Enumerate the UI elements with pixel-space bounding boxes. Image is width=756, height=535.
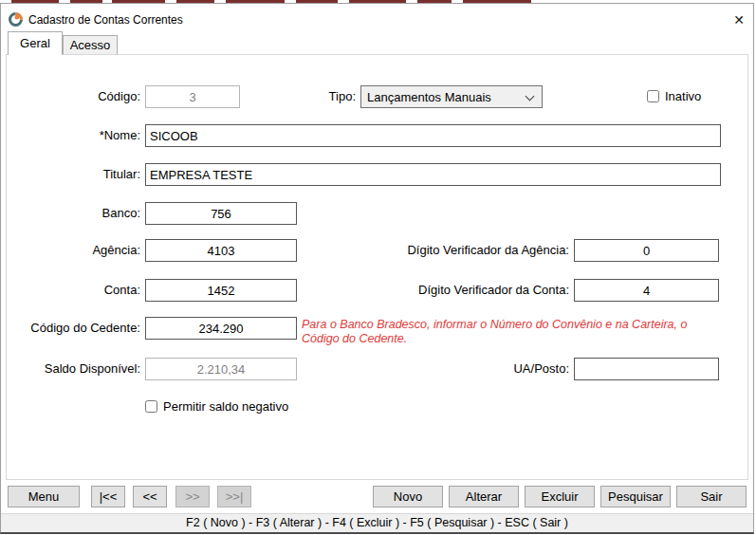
ua-posto-field[interactable] xyxy=(574,358,719,380)
nome-label: *Nome: xyxy=(8,128,140,143)
inativo-checkbox[interactable] xyxy=(647,90,659,102)
banco-label: Banco: xyxy=(8,206,140,221)
alterar-button[interactable]: Alterar xyxy=(449,486,519,507)
titular-field[interactable] xyxy=(145,163,721,186)
pesquisar-button[interactable]: Pesquisar xyxy=(600,486,671,507)
conta-label: Conta: xyxy=(8,283,140,298)
codigo-cedente-label: Código do Cedente: xyxy=(8,321,140,336)
ua-posto-label: UA/Posto: xyxy=(313,361,569,377)
saldo-disponivel-label: Saldo Disponível: xyxy=(8,361,140,377)
agencia-label: Agência: xyxy=(8,243,140,258)
close-icon[interactable]: ✕ xyxy=(730,11,747,28)
codigo-field xyxy=(145,85,240,108)
screen: Cadastro de Contas Correntes ✕ Acesso Ge… xyxy=(0,0,756,535)
menu-button[interactable]: Menu xyxy=(8,486,80,507)
next-record-button: >> xyxy=(175,486,210,507)
shortcut-hints: F2 ( Novo ) - F3 ( Alterar ) - F4 ( Excl… xyxy=(186,516,568,529)
excluir-button[interactable]: Excluir xyxy=(525,486,595,507)
banco-field[interactable] xyxy=(145,202,297,225)
codigo-cedente-field[interactable] xyxy=(145,317,297,340)
permitir-saldo-negativo-checkbox[interactable] xyxy=(145,400,157,413)
bradesco-warning-text: Para o Banco Bradesco, informar o Número… xyxy=(302,318,727,346)
codigo-label: Código: xyxy=(8,89,140,104)
dv-conta-field[interactable] xyxy=(574,279,719,302)
tipo-selected-value: Lançamentos Manuais xyxy=(367,90,491,104)
previous-record-button[interactable]: << xyxy=(133,486,167,507)
saldo-disponivel-field xyxy=(145,358,297,380)
conta-field[interactable] xyxy=(145,279,297,302)
dv-agencia-label: Dígito Verificador da Agência: xyxy=(313,243,569,258)
agencia-field[interactable] xyxy=(145,239,297,262)
dv-agencia-field[interactable] xyxy=(574,239,719,262)
titular-label: Titular: xyxy=(8,167,140,182)
app-icon xyxy=(9,12,23,27)
tipo-select[interactable]: Lançamentos Manuais xyxy=(360,85,543,108)
permitir-saldo-negativo-label: Permitir saldo negativo xyxy=(163,399,288,415)
nome-field[interactable] xyxy=(145,124,721,147)
first-record-button[interactable]: |<< xyxy=(91,486,125,507)
tab-content-pane xyxy=(6,54,748,480)
status-bar: F2 ( Novo ) - F3 ( Alterar ) - F4 ( Excl… xyxy=(1,513,753,532)
tab-geral[interactable]: Geral xyxy=(8,31,63,55)
tipo-label: Tipo: xyxy=(285,89,356,104)
last-record-button: >>| xyxy=(217,486,251,507)
sair-button[interactable]: Sair xyxy=(676,486,747,507)
inativo-label: Inativo xyxy=(665,89,701,104)
tab-acesso[interactable]: Acesso xyxy=(63,35,118,55)
dv-conta-label: Dígito Verificador da Conta: xyxy=(313,283,569,298)
novo-button[interactable]: Novo xyxy=(373,486,443,507)
title-bar: Cadastro de Contas Correntes ✕ xyxy=(1,4,753,28)
chevron-down-icon xyxy=(526,92,535,101)
window-title: Cadastro de Contas Correntes xyxy=(28,13,183,27)
